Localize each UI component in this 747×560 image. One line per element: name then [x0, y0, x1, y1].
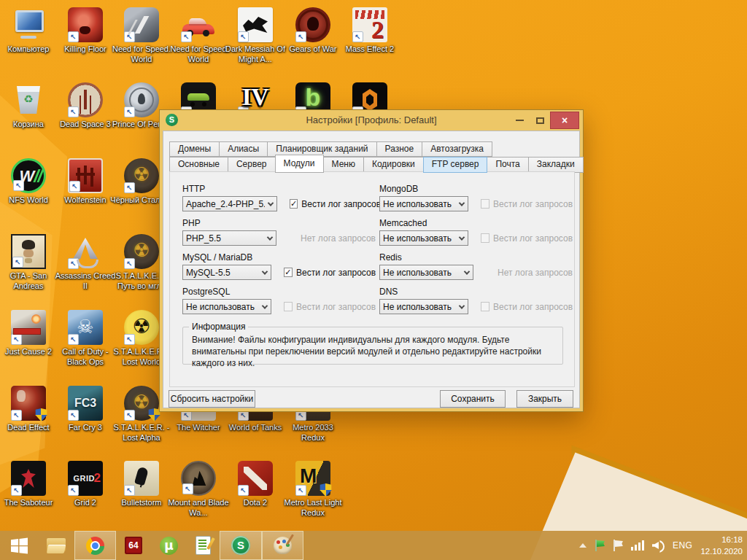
- mongodb-module-select[interactable]: Не использовать: [379, 196, 468, 211]
- shortcut-arrow-icon: ↖: [11, 334, 22, 345]
- memcached-module-group: MemcachedНе использоватьВести лог запрос…: [379, 218, 573, 246]
- desktop-icon-gta-san-andreas[interactable]: ↖GTA - San Andreas: [0, 234, 60, 292]
- desktop-icon-nfs-world[interactable]: ↖NFS World: [0, 158, 60, 206]
- maximize-button[interactable]: [530, 112, 550, 129]
- shortcut-arrow-icon: ↖: [68, 31, 79, 42]
- reset-settings-button[interactable]: Сбросить настройки: [169, 390, 255, 408]
- taskbar-chrome-button[interactable]: [74, 531, 116, 560]
- shortcut-arrow-icon: ↖: [124, 258, 135, 269]
- shortcut-arrow-icon: ↖: [352, 31, 363, 42]
- desktop-icon-assassins-creed-ii[interactable]: ↖Assassins Creed II: [54, 234, 117, 292]
- close-button[interactable]: Закрыть: [516, 390, 573, 408]
- tray-expand-icon[interactable]: [579, 543, 587, 548]
- just-cause-2-icon: ↖: [11, 310, 46, 345]
- desktop-icon-cod-black-ops[interactable]: ↖Call of Duty - Black Ops: [54, 310, 117, 368]
- http-log-label: Вести лог запросов: [301, 199, 381, 209]
- mysql-log-checkbox[interactable]: ✓: [284, 268, 293, 277]
- php-module-select[interactable]: PHP_5.5: [182, 230, 276, 246]
- save-button[interactable]: Сохранить: [440, 390, 506, 408]
- memcached-module-select[interactable]: Не использовать: [379, 230, 468, 246]
- desktop-icon-label: Grid 2: [54, 498, 117, 508]
- tab-domains[interactable]: Домены: [169, 141, 220, 157]
- php-no-log-text: Нет лога запросов: [301, 233, 376, 244]
- tab-main[interactable]: Основные: [169, 157, 228, 173]
- desktop-icon-bulletstorm[interactable]: ↖Bulletstorm: [110, 461, 173, 508]
- desktop-icon-dead-space-3[interactable]: ↖Dead Space 3: [54, 82, 117, 130]
- postgresql-module-select[interactable]: Не использовать: [182, 299, 271, 314]
- desktop-icon-killing-floor[interactable]: ↖Killing Floor: [54, 7, 117, 55]
- tab-autostart[interactable]: Автозагрузка: [422, 141, 492, 157]
- tab-server[interactable]: Сервер: [228, 157, 276, 173]
- modules-tab-panel: HTTPApache_2.4-PHP_5.5-✓Вести лог запрос…: [169, 171, 575, 387]
- shortcut-arrow-icon: ↖: [181, 31, 192, 42]
- taskbar-openserver-button[interactable]: S: [220, 531, 262, 560]
- start-button[interactable]: [0, 531, 38, 560]
- dns-log-checkbox: [481, 302, 489, 311]
- desktop-icon-wolfenstein[interactable]: ↖Wolfenstein: [54, 158, 117, 206]
- mongodb-label: MongoDB: [379, 184, 573, 194]
- desktop-icon-dead-effect[interactable]: ↖Dead Effect: [0, 386, 60, 433]
- desktop-icon-need-for-speed-world[interactable]: ↖Need for Speed World: [167, 7, 230, 65]
- tab-mail[interactable]: Почта: [487, 157, 528, 173]
- shortcut-arrow-icon: ↖: [12, 257, 23, 268]
- metro-last-light-redux-icon: ↖: [295, 461, 330, 496]
- desktop-icon-metro-last-light-redux[interactable]: ↖Metro Last Light Redux: [282, 461, 344, 518]
- desktop-icon-mass-effect-2[interactable]: ↖Mass Effect 2: [338, 7, 401, 55]
- dialog-titlebar[interactable]: S Настройки [Профиль: Default] ×: [160, 110, 583, 131]
- desktop-icon-label: Mass Effect 2: [338, 44, 401, 55]
- close-window-button[interactable]: ×: [550, 112, 579, 129]
- dns-module-select[interactable]: Не использовать: [379, 299, 468, 314]
- desktop-icon-label: Gears of War: [282, 44, 344, 55]
- desktop-icon-mount-and-blade[interactable]: ↖Mount and Blade Wa...: [167, 461, 230, 518]
- desktop-icon-just-cause-2[interactable]: ↖Just Cause 2: [0, 310, 60, 357]
- openserver-tray-flag-icon[interactable]: [595, 540, 605, 551]
- desktop-icon-grid-2[interactable]: ↖Grid 2: [54, 461, 117, 508]
- recycle-bin-icon: [11, 82, 46, 117]
- desktop-icon-far-cry-3[interactable]: ↖Far Cry 3: [54, 386, 117, 433]
- desktop-icon-label: Far Cry 3: [54, 423, 117, 433]
- minimize-button[interactable]: [509, 112, 530, 129]
- memcached-log-label: Вести лог запросов: [493, 233, 573, 244]
- http-log-checkbox[interactable]: ✓: [290, 199, 298, 209]
- desktop-icon-computer[interactable]: Компьютер: [0, 7, 60, 55]
- chevron-down-icon: [259, 265, 271, 279]
- http-module-select[interactable]: Apache_2.4-PHP_5.5-: [182, 196, 277, 211]
- volume-icon[interactable]: [652, 540, 665, 551]
- desktop-icon-need-for-speed-world-2[interactable]: ↖Need for Speed. World: [110, 7, 173, 65]
- desktop-icon-dota-2[interactable]: ↖Dota 2: [224, 461, 287, 508]
- desktop-icon-gears-of-war[interactable]: ↖Gears of War: [282, 7, 344, 55]
- desktop-icon-label: Just Cause 2: [0, 347, 60, 357]
- desktop-icon-dark-messiah[interactable]: ↖Dark Messiah Of Might A...: [224, 7, 287, 65]
- chevron-down-icon: [456, 197, 468, 211]
- tab-modules[interactable]: Модули: [275, 155, 324, 173]
- select-value: Не использовать: [380, 233, 456, 244]
- language-indicator[interactable]: ENG: [673, 540, 693, 551]
- taskbar-paint-button[interactable]: [262, 531, 303, 560]
- need-for-speed-world-icon: ↖: [181, 7, 216, 42]
- taskbar-notepadpp-button[interactable]: [187, 531, 220, 560]
- tab-bookmarks[interactable]: Закладки: [528, 157, 584, 173]
- network-signal-icon[interactable]: [631, 540, 644, 551]
- mysql-module-select[interactable]: MySQL-5.5: [182, 265, 271, 280]
- shortcut-arrow-icon: ↖: [124, 182, 135, 193]
- redis-module-group: RedisНе использоватьНет лога запросов: [379, 252, 573, 280]
- tab-menu[interactable]: Меню: [323, 157, 364, 173]
- tab-aliases[interactable]: Алиасы: [219, 141, 268, 157]
- desktop-icon-recycle-bin[interactable]: Корзина: [0, 82, 60, 130]
- dns-module-group: DNSНе использоватьВести лог запросов: [379, 287, 573, 314]
- taskbar-aida64-button[interactable]: 64: [116, 531, 151, 560]
- desktop-icon-the-saboteur[interactable]: ↖The Saboteur: [0, 461, 60, 508]
- clock[interactable]: 16:18 12.10.2020: [700, 534, 743, 557]
- shortcut-arrow-icon: ↖: [68, 258, 79, 269]
- desktop-icon-label: Assassins Creed II: [54, 271, 117, 292]
- tab-misc[interactable]: Разное: [376, 141, 423, 157]
- taskbar-utorrent-button[interactable]: µ: [151, 531, 187, 560]
- redis-module-select[interactable]: Не использовать: [379, 265, 473, 280]
- action-center-flag-icon[interactable]: [613, 540, 623, 551]
- settings-dialog: S Настройки [Профиль: Default] × ДоменыА…: [159, 109, 584, 412]
- tab-ftp-server[interactable]: FTP сервер: [423, 157, 488, 173]
- tab-encodings[interactable]: Кодировки: [363, 157, 424, 173]
- shortcut-arrow-icon: ↖: [68, 410, 79, 421]
- taskbar-explorer-button[interactable]: [38, 531, 74, 560]
- stalker-lost-alpha-icon: ↖: [124, 386, 159, 421]
